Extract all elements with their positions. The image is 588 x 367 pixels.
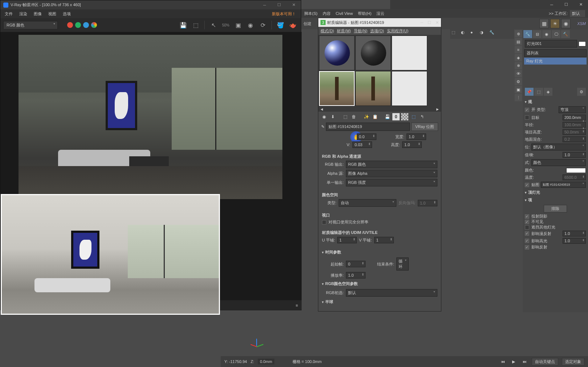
affect-diffuse-spinner[interactable]: 1.0 xyxy=(563,231,586,236)
red-channel-button[interactable] xyxy=(67,22,73,28)
matedit-menu-nav[interactable]: 导航(N) xyxy=(354,28,367,34)
modifier-stack-entry[interactable]: Ray 灯光 xyxy=(524,58,587,65)
green-channel-button[interactable] xyxy=(75,22,81,28)
u-tile-spinner[interactable]: 1 xyxy=(337,237,357,243)
max-close-button[interactable]: ✕ xyxy=(573,0,588,9)
prev-key-icon[interactable]: ⏮ xyxy=(499,358,506,365)
stack-pin-icon[interactable]: 📌 xyxy=(525,88,534,96)
vfb-menu-options[interactable]: 选项 xyxy=(61,11,72,17)
close-button[interactable]: ✕ xyxy=(286,0,301,9)
stack-config-icon[interactable]: ⚙ xyxy=(577,88,586,96)
put-to-scene-icon[interactable]: ⬇ xyxy=(329,113,336,120)
menu-civil[interactable]: Civil View xyxy=(336,11,353,16)
v-tile-spinner[interactable]: 1 xyxy=(374,237,394,243)
snap-icon[interactable]: ⬚ xyxy=(452,30,460,38)
display-icon[interactable]: ◈ xyxy=(515,54,522,61)
matedit-close[interactable]: ✕ xyxy=(436,20,439,25)
matslot-scrollbar[interactable]: ◄► xyxy=(318,107,441,112)
vfb-menu-image[interactable]: 图像 xyxy=(32,11,43,17)
rgbcs-section-header[interactable]: RGB颜色空间参数 xyxy=(322,280,437,288)
dome-section[interactable]: 顶灯光 xyxy=(525,189,586,196)
maximize-button[interactable]: ☐ xyxy=(272,0,286,9)
vfb-menu-view[interactable]: 视图 xyxy=(47,11,58,17)
bucket-icon[interactable]: 🪣 xyxy=(275,20,286,30)
more-icon[interactable]: ⋮ xyxy=(515,94,522,101)
display-tab[interactable]: 🖵 xyxy=(552,30,560,38)
object-color-swatch[interactable] xyxy=(579,41,586,46)
height-spinner[interactable]: 1.0 xyxy=(402,141,422,148)
viewport-fullres-checkbox[interactable]: 对视口使用完全分辨率 xyxy=(322,219,437,225)
minimize-button[interactable]: ─ xyxy=(257,0,272,9)
get-material-icon[interactable]: ◉ xyxy=(320,113,328,120)
single-dropdown[interactable]: RGB 强度 xyxy=(346,179,437,186)
render-setup-icon[interactable]: ▦ xyxy=(539,19,549,28)
matedit-menu-util[interactable]: 实用程序(U) xyxy=(387,28,408,34)
end-dropdown[interactable]: 循环 xyxy=(396,257,409,271)
stack-show-icon[interactable]: ⬚ xyxy=(534,88,543,96)
autokey-button[interactable]: 自动关键点 xyxy=(532,358,558,366)
workspace-dropdown[interactable]: 默认 xyxy=(570,10,585,17)
material-slot-1[interactable] xyxy=(319,36,355,70)
rgb-out-dropdown[interactable]: RGB 颜色 xyxy=(346,161,437,168)
cast-shadow-checkbox[interactable]: 投射阴影 xyxy=(525,214,586,219)
layer-icon[interactable]: ≡ xyxy=(515,46,522,53)
filter-icon[interactable]: ▤ xyxy=(515,38,522,45)
block-other-checkbox[interactable]: 遮挡其他灯光 xyxy=(525,224,586,230)
affect-spec-spinner[interactable]: 1.0 xyxy=(563,238,586,244)
zoom-50-button[interactable]: 50% xyxy=(221,20,231,30)
blue-channel-button[interactable] xyxy=(83,22,89,28)
matedit-menu-mode[interactable]: 模式(D) xyxy=(320,28,334,34)
vfb-menu-file[interactable]: 文件 xyxy=(3,11,14,17)
u-offset-spinner[interactable]: 0.0 xyxy=(357,133,376,140)
modify-tab[interactable]: 🔧 xyxy=(523,30,532,38)
matid-icon[interactable]: 0 xyxy=(392,113,400,120)
coord-z-value[interactable]: 0.0mm xyxy=(258,359,274,364)
menu-help[interactable]: 帮助(H) xyxy=(358,11,371,16)
material-slot-4[interactable] xyxy=(319,71,355,106)
teapot-icon[interactable]: 🫖 xyxy=(288,20,298,30)
exclude-button[interactable]: 排除 xyxy=(544,205,567,213)
menu-renderyun[interactable]: 渲云 xyxy=(376,11,384,16)
tex-button[interactable]: 贴图 #1914240819 xyxy=(541,182,586,188)
on-checkbox[interactable]: 开 xyxy=(525,107,535,112)
next-key-icon[interactable]: ⏭ xyxy=(521,358,528,365)
material-slot-3[interactable] xyxy=(392,36,427,70)
render-icon[interactable]: ◉ xyxy=(561,19,571,28)
affect-diffuse-checkbox[interactable]: 影响漫反射 xyxy=(525,231,551,236)
render-frame-icon[interactable]: ☀ xyxy=(550,19,560,28)
vfb-menu-render[interactable]: 渲染 xyxy=(18,11,29,17)
unit-dropdown[interactable]: 默认（图像） xyxy=(531,144,586,150)
motion-tab[interactable]: ◉ xyxy=(542,30,551,38)
target-spinner[interactable]: 200.0mm xyxy=(563,115,586,120)
width-spinner[interactable]: 1.0 xyxy=(407,133,426,140)
hide-icon[interactable]: 👁 xyxy=(515,70,522,77)
spinner-snap-icon[interactable]: ◑ xyxy=(480,30,488,38)
mode-dropdown[interactable]: 颜色 xyxy=(531,159,586,166)
target-checkbox[interactable]: 目标 xyxy=(525,115,539,120)
material-slot-6[interactable] xyxy=(392,71,427,106)
track-icon[interactable]: ◉ xyxy=(245,20,256,30)
cs-type-dropdown[interactable]: 自动 xyxy=(339,199,396,207)
alpha-channel-button[interactable] xyxy=(91,22,97,28)
make-copy-icon[interactable]: 📋 xyxy=(371,113,379,120)
show-end-icon[interactable]: ⬚ xyxy=(410,113,417,120)
go-parent-icon[interactable]: ↰ xyxy=(418,113,426,120)
v-offset-spinner[interactable]: 0.03 xyxy=(352,141,372,148)
freeze-icon[interactable]: ❄ xyxy=(515,62,522,69)
half-section-header[interactable]: 半球 xyxy=(322,298,437,306)
matedit-minimize[interactable]: ─ xyxy=(420,20,423,25)
create-tab-label[interactable]: 创建 xyxy=(303,21,311,26)
menu-script[interactable]: 脚本(S) xyxy=(304,11,318,16)
target-icon[interactable]: ⊕ xyxy=(515,30,522,37)
max-maximize-button[interactable]: ☐ xyxy=(559,0,573,9)
max-minimize-button[interactable]: ─ xyxy=(544,0,559,9)
affect-spec-checkbox[interactable]: 影响高光 xyxy=(525,238,547,244)
affect-refl-checkbox[interactable]: 影响反射 xyxy=(525,244,586,250)
matedit-maximize[interactable]: ☐ xyxy=(428,20,431,25)
mult-spinner[interactable]: 1.0 xyxy=(563,152,586,158)
play-icon[interactable]: ▶ xyxy=(510,358,517,365)
light-color-swatch[interactable] xyxy=(566,168,586,173)
angle-snap-icon[interactable]: ◐ xyxy=(461,30,469,38)
delete-icon[interactable]: 🗑 xyxy=(350,113,358,120)
inv-gamma-spinner[interactable]: 1.0 xyxy=(418,200,437,206)
